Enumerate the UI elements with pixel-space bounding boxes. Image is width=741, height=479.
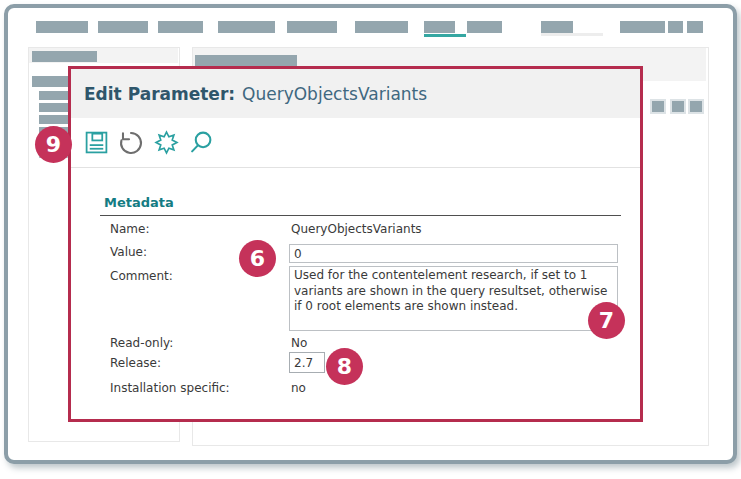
annotation-badge-6: 6 [239, 240, 276, 277]
main-title-placeholder [195, 55, 297, 66]
release-input[interactable] [289, 352, 325, 373]
toolbar-button-placeholder[interactable] [672, 101, 684, 112]
annotation-badge-9: 9 [35, 126, 72, 163]
nav-item-placeholder[interactable] [36, 21, 88, 33]
nav-item-placeholder[interactable] [620, 21, 665, 33]
annotation-badge-8: 8 [326, 348, 363, 385]
installation-specific-label: Installation specific: [110, 381, 230, 395]
nav-item-placeholder[interactable] [98, 21, 148, 33]
active-tab-underline [424, 34, 466, 37]
comment-textarea[interactable]: Used for the contentelement research, if… [289, 266, 618, 331]
save-button[interactable] [83, 130, 109, 156]
toolbar-button-placeholder[interactable] [652, 101, 664, 112]
nav-item-placeholder[interactable] [158, 21, 203, 33]
nav-item-placeholder[interactable] [218, 21, 275, 33]
name-label: Name: [110, 222, 149, 236]
section-divider [100, 215, 621, 216]
search-button[interactable] [188, 130, 214, 156]
sidebar-title-placeholder [32, 51, 97, 62]
sidebar-item-placeholder[interactable] [39, 103, 71, 112]
release-label: Release: [110, 356, 161, 370]
inactive-tab-underline [541, 33, 603, 36]
value-label: Value: [110, 245, 147, 259]
dialog-title-label: Edit Parameter: [84, 84, 235, 104]
comment-label: Comment: [110, 269, 173, 283]
readonly-value: No [291, 336, 307, 350]
undo-button[interactable] [118, 130, 144, 156]
starburst-icon [154, 130, 179, 155]
dialog-toolbar [71, 118, 640, 168]
section-title: Metadata [104, 195, 174, 210]
annotation-badge-7: 7 [588, 302, 625, 339]
value-input[interactable] [289, 244, 618, 263]
sidebar-item-placeholder[interactable] [39, 91, 71, 100]
save-icon [84, 130, 109, 155]
undo-icon [118, 130, 144, 156]
nav-item-placeholder[interactable] [541, 21, 573, 33]
nav-icon-placeholder[interactable] [668, 21, 683, 33]
dialog-title: Edit Parameter: QueryObjectsVariants [71, 69, 640, 118]
nav-item-placeholder-active[interactable] [424, 21, 455, 33]
nav-item-placeholder[interactable] [467, 21, 502, 33]
dialog-title-value: QueryObjectsVariants [242, 84, 427, 104]
sidebar-item-placeholder[interactable] [39, 115, 71, 124]
dialog-body: Metadata Name: QueryObjectsVariants Valu… [71, 168, 640, 420]
name-value: QueryObjectsVariants [291, 222, 422, 236]
sidebar-item-placeholder[interactable] [32, 76, 73, 87]
search-icon [189, 130, 214, 155]
toolbar-button-placeholder[interactable] [690, 101, 702, 112]
nav-icon-placeholder[interactable] [687, 21, 703, 33]
readonly-label: Read-only: [110, 336, 173, 350]
installation-specific-value: no [291, 381, 306, 395]
nav-item-placeholder[interactable] [287, 21, 337, 33]
spark-button[interactable] [153, 130, 179, 156]
nav-item-placeholder[interactable] [355, 21, 408, 33]
